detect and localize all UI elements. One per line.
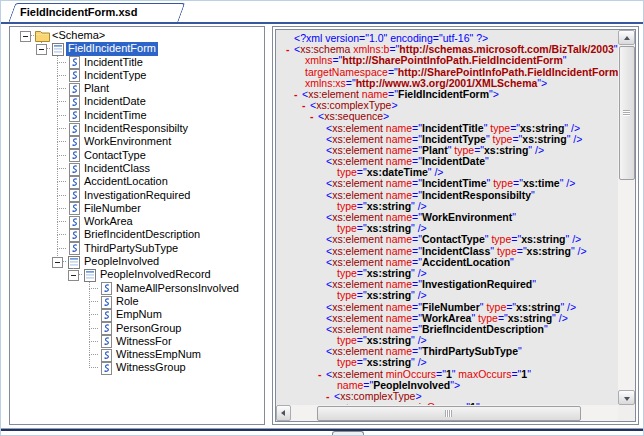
element-icon: [66, 95, 82, 108]
tree-guide: [34, 122, 50, 135]
vertical-scrollbar[interactable]: [618, 30, 635, 405]
tree-guide: [18, 135, 34, 148]
element-icon: [98, 308, 114, 321]
element-icon: [66, 56, 82, 69]
element-icon: [66, 149, 82, 162]
tree-item-label: IncidentDate: [82, 95, 148, 108]
tree-item-label: WitnessEmpNum: [114, 348, 203, 361]
tree-item-witnessfor[interactable]: WitnessFor: [10, 335, 264, 348]
tree-item-schema[interactable]: <Schema>: [10, 29, 264, 42]
tree-item-thirdpartysubtype[interactable]: ThirdPartySubType: [10, 242, 264, 255]
element-icon: [98, 322, 114, 335]
schema-tree: <Schema>FieldIncidentFormIncidentTitleIn…: [10, 29, 264, 375]
tree-connector: [50, 189, 66, 202]
tree-item-fieldincidentform[interactable]: FieldIncidentForm: [10, 42, 264, 55]
collapse-toggle[interactable]: -: [294, 89, 302, 100]
record-icon: [82, 268, 98, 281]
expander-minus-icon[interactable]: [18, 29, 34, 42]
tree-item-witnessempnum[interactable]: WitnessEmpNum: [10, 348, 264, 361]
tree-guide: [34, 175, 50, 188]
element-icon: [98, 282, 114, 295]
scroll-up-button[interactable]: [618, 30, 635, 45]
tree-item-plant[interactable]: Plant: [10, 82, 264, 95]
scroll-left-button[interactable]: [276, 405, 291, 421]
tree-guide: [18, 268, 34, 281]
tree-guide: [34, 135, 50, 148]
tree-guide: [18, 175, 34, 188]
tree-guide: [50, 282, 66, 295]
tree-guide: [66, 282, 82, 295]
collapse-toggle[interactable]: -: [286, 44, 294, 55]
tree-guide: [34, 149, 50, 162]
cutoff-panel-fragment: [332, 431, 364, 436]
tree-item-incidentresponsibilty[interactable]: IncidentResponsibilty: [10, 122, 264, 135]
tree-guide: [34, 228, 50, 241]
horizontal-scrollbar-thumb[interactable]: [317, 406, 581, 421]
arrow-up-icon: [624, 36, 630, 40]
tree-item-label: PeopleInvolvedRecord: [98, 268, 213, 281]
tree-item-workenvironment[interactable]: WorkEnvironment: [10, 135, 264, 148]
arrow-left-icon: [281, 410, 285, 416]
tree-guide: [18, 242, 34, 255]
tree-guide: [18, 109, 34, 122]
tree-item-label: IncidentResponsibilty: [82, 122, 190, 135]
tree-item-contacttype[interactable]: ContactType: [10, 149, 264, 162]
tree-connector: [50, 242, 66, 255]
tree-item-witnessgroup[interactable]: WitnessGroup: [10, 361, 264, 374]
collapse-toggle[interactable]: -: [310, 111, 318, 122]
tree-item-accidentlocation[interactable]: AccidentLocation: [10, 175, 264, 188]
tree-item-workarea[interactable]: WorkArea: [10, 215, 264, 228]
tree-item-incidenttime[interactable]: IncidentTime: [10, 109, 264, 122]
element-icon: [66, 162, 82, 175]
tree-guide: [66, 308, 82, 321]
collapse-toggle[interactable]: -: [318, 369, 326, 380]
tree-item-briefincidentdescription[interactable]: BriefIncidentDescription: [10, 228, 264, 241]
tree-item-incidenttitle[interactable]: IncidentTitle: [10, 56, 264, 69]
tree-item-filenumber[interactable]: FileNumber: [10, 202, 264, 215]
tree-item-investigationrequired[interactable]: InvestigationRequired: [10, 189, 264, 202]
expander-minus-icon[interactable]: [34, 42, 50, 55]
tree-guide: [18, 82, 34, 95]
xml-view: <?xml version="1.0" encoding="utf-16" ?>…: [275, 29, 636, 422]
xml-line: <xs:element name="IncidentResponsibilty": [286, 190, 618, 201]
expander-minus-icon[interactable]: [50, 255, 66, 268]
element-icon: [66, 242, 82, 255]
expander-minus-icon[interactable]: [66, 268, 82, 281]
tree-item-empnum[interactable]: EmpNum: [10, 308, 264, 321]
scroll-down-button[interactable]: [618, 390, 635, 405]
scrollbar-corner: [618, 405, 635, 421]
horizontal-scrollbar[interactable]: [276, 405, 635, 421]
document-tab[interactable]: FieldIncidentForm.xsd: [8, 3, 178, 22]
tree-item-persongroup[interactable]: PersonGroup: [10, 322, 264, 335]
element-icon: [98, 348, 114, 361]
tree-guide: [18, 322, 34, 335]
tree-connector: [82, 361, 98, 374]
tree-guide: [34, 56, 50, 69]
tree-connector: [82, 335, 98, 348]
tree-item-label: WorkEnvironment: [82, 135, 173, 148]
schema-tree-panel: <Schema>FieldIncidentFormIncidentTitleIn…: [9, 26, 265, 425]
tree-item-incidenttype[interactable]: IncidentType: [10, 69, 264, 82]
tree-item-nameallpersonsinvolved[interactable]: NameAllPersonsInvolved: [10, 282, 264, 295]
tree-item-incidentdate[interactable]: IncidentDate: [10, 95, 264, 108]
vertical-scrollbar-thumb[interactable]: [619, 46, 635, 180]
collapse-toggle[interactable]: -: [326, 391, 334, 402]
tree-guide: [34, 322, 50, 335]
tree-connector: [50, 95, 66, 108]
tree-item-role[interactable]: Role: [10, 295, 264, 308]
collapse-toggle[interactable]: -: [302, 100, 310, 111]
schema-editor-window: FieldIncidentForm.xsd <Schema>FieldIncid…: [0, 0, 644, 436]
tree-item-peopleinvolvedrecord[interactable]: PeopleInvolvedRecord: [10, 268, 264, 281]
element-icon: [66, 228, 82, 241]
tree-guide: [18, 348, 34, 361]
tree-connector: [50, 202, 66, 215]
tree-item-label: PersonGroup: [114, 322, 183, 335]
element-icon: [66, 202, 82, 215]
tree-connector: [50, 215, 66, 228]
tree-item-incidentclass[interactable]: IncidentClass: [10, 162, 264, 175]
tree-item-peopleinvolved[interactable]: PeopleInvolved: [10, 255, 264, 268]
tree-guide: [18, 42, 34, 55]
xml-line: <xs:element name="WorkEnvironment": [286, 212, 618, 223]
tree-guide: [18, 95, 34, 108]
tree-guide: [50, 322, 66, 335]
